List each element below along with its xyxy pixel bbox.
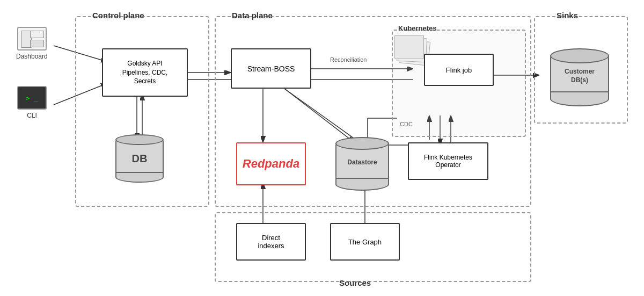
goldsky-api-box: Goldsky APIPipelines, CDC,Secrets [102, 48, 188, 97]
flink-job-box: Flink job [424, 54, 494, 86]
direct-indexers-box: Directindexers [236, 223, 306, 261]
flink-k8s-box: Flink KubernetesOperator [408, 142, 488, 180]
reconciliation-label: Reconciliation [330, 56, 367, 63]
redpanda-label: Redpanda [243, 157, 299, 171]
dashboard-icon: ·· Dashboard [16, 27, 48, 60]
control-plane-label: Control plane [92, 11, 144, 20]
stream-boss-box: Stream-BOSS [231, 48, 311, 89]
the-graph-box: The Graph [330, 223, 400, 261]
architecture-diagram: ·· Dashboard > _ CLI Control plane Golds… [0, 0, 644, 296]
flink-job-label: Flink job [446, 66, 472, 74]
customer-db-cylinder: CustomerDB(s) [550, 48, 609, 107]
goldsky-api-label: Goldsky APIPipelines, CDC,Secrets [122, 59, 168, 86]
kubernetes-label: Kubernetes [398, 24, 437, 32]
dashboard-label: Dashboard [16, 53, 48, 60]
redpanda-box: Redpanda [236, 142, 306, 185]
cdc-label: CDC [400, 121, 413, 127]
sources-label: Sources [339, 278, 371, 287]
the-graph-label: The Graph [348, 238, 382, 246]
stream-boss-label: Stream-BOSS [247, 64, 295, 73]
data-plane-label: Data plane [232, 11, 273, 20]
direct-indexers-label: Directindexers [258, 234, 284, 250]
sinks-label: Sinks [557, 11, 578, 20]
db-cylinder: DB [115, 134, 164, 188]
cli-icon: > _ CLI [17, 86, 47, 119]
cli-label: CLI [27, 112, 37, 119]
datastore-cylinder: Datastore [335, 137, 389, 191]
flink-k8s-label: Flink KubernetesOperator [424, 154, 472, 169]
